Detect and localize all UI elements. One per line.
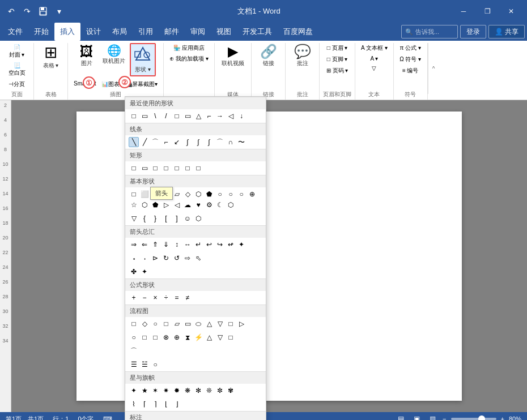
star-10[interactable]: ❋ — [182, 385, 193, 396]
arrow-pent3[interactable]: ⊳ — [150, 253, 160, 263]
shape-curve1[interactable]: ╱ — [139, 137, 150, 147]
star-5[interactable]: ★ — [139, 385, 150, 396]
shape-basic-9[interactable]: ○ — [215, 189, 225, 199]
menu-insert[interactable]: 插入 — [54, 23, 80, 41]
shape-curly2[interactable]: ⌒ — [215, 137, 225, 147]
shape-line1[interactable]: \ — [150, 111, 160, 121]
flow-19[interactable]: △ — [204, 332, 214, 342]
arrow-left[interactable]: ⇐ — [139, 239, 150, 250]
shape-rect-snip3[interactable]: □ — [182, 163, 193, 173]
shape-diag-line[interactable]: ╲ — [129, 137, 139, 147]
menu-developer[interactable]: 开发工具 — [237, 23, 278, 41]
arrow-lr[interactable]: ↔ — [182, 239, 193, 250]
shape-rect2[interactable]: ▭ — [139, 111, 150, 121]
shape-basic-b5[interactable]: ] — [172, 213, 182, 224]
flow-23[interactable]: ☰ — [129, 359, 139, 370]
menu-baidudisk[interactable]: 百度网盘 — [278, 23, 318, 41]
redo-button[interactable]: ↷ — [20, 5, 34, 18]
arrow-notch[interactable]: ⬁ — [193, 253, 203, 263]
arrow-up[interactable]: ⇑ — [150, 239, 160, 250]
flow-20[interactable]: ▽ — [215, 332, 225, 342]
shape-basic-20[interactable]: ⚙ — [204, 200, 214, 210]
shape-tri[interactable]: △ — [193, 111, 203, 121]
flow-16[interactable]: ⊕ — [172, 332, 182, 342]
flow-8[interactable]: △ — [204, 319, 214, 329]
arrow-circ[interactable]: ↻ — [161, 253, 171, 263]
shape-arrow-r[interactable]: → — [215, 111, 225, 121]
flow-3[interactable]: ○ — [150, 319, 160, 329]
shape-rect3[interactable]: □ — [172, 111, 182, 121]
textbox-button[interactable]: A 文本框 ▾ — [359, 43, 390, 53]
shape-corner[interactable]: ⌐ — [204, 111, 214, 121]
shape-rect-snip4[interactable]: □ — [193, 163, 203, 173]
document-content[interactable] — [11, 100, 527, 412]
menu-home[interactable]: 开始 — [28, 23, 54, 41]
minimize-button[interactable]: ─ — [452, 0, 475, 23]
equation-button[interactable]: π 公式 ▾ — [397, 43, 423, 53]
shape-basic-b6[interactable]: ☺ — [182, 213, 193, 224]
arrow-curve2[interactable]: ↫ — [226, 239, 236, 250]
shape-basic-21[interactable]: ☾ — [215, 200, 225, 210]
shape-basic-22[interactable]: ⬡ — [226, 200, 236, 210]
banner-scroll[interactable]: ⌈ — [139, 399, 150, 409]
eq-plus[interactable]: + — [129, 293, 139, 303]
shape-basic-b7[interactable]: ⬡ — [193, 213, 203, 224]
star-7[interactable]: ✷ — [161, 385, 171, 396]
shape-basic-10[interactable]: ○ — [226, 189, 236, 199]
view-web[interactable]: ▥ — [427, 413, 438, 420]
flow-25[interactable]: ○ — [150, 359, 160, 370]
arrow-circ2[interactable]: ↺ — [172, 253, 182, 263]
flow-17[interactable]: ⧗ — [182, 332, 193, 342]
arrow-right[interactable]: ⇒ — [129, 239, 139, 250]
menu-layout[interactable]: 布局 — [107, 23, 133, 41]
eq-multiply[interactable]: × — [150, 293, 160, 303]
arrow-plus2[interactable]: ✦ — [139, 267, 150, 277]
shape-curve2[interactable]: ⌒ — [150, 137, 160, 147]
menu-mailings[interactable]: 邮件 — [159, 23, 185, 41]
shape-basic-2[interactable]: ⬜ — [139, 189, 150, 199]
page-break-button[interactable]: ⊣分页 — [6, 79, 28, 89]
shape-basic-6[interactable]: ◇ — [182, 189, 193, 199]
shape-basic-18[interactable]: ☁ — [182, 200, 193, 210]
blank-page-button[interactable]: 📃 空白页 — [6, 61, 28, 78]
menu-design[interactable]: 设计 — [80, 23, 107, 41]
shape-basic-19[interactable]: ♥ — [193, 200, 203, 210]
star-32[interactable]: ✾ — [226, 385, 236, 396]
shape-basic-12[interactable]: ⊕ — [247, 189, 257, 199]
flow-21[interactable]: □ — [226, 332, 236, 342]
shape-basic-b2[interactable]: { — [139, 213, 150, 224]
restore-button[interactable]: ❐ — [476, 0, 499, 23]
menu-file[interactable]: 文件 — [2, 23, 28, 41]
zoom-minus[interactable]: − — [443, 415, 446, 420]
my-addins-button[interactable]: ⊕ 我的加载项 ▾ — [167, 54, 211, 64]
numbering-button[interactable]: ≡ 编号 — [397, 66, 423, 76]
flow-2[interactable]: ◇ — [139, 319, 150, 329]
flow-4[interactable]: □ — [161, 319, 171, 329]
close-button[interactable]: ✕ — [500, 0, 522, 23]
shape-rect-plain[interactable]: □ — [129, 163, 139, 173]
shape-basic-11[interactable]: ○ — [236, 189, 246, 199]
menu-review[interactable]: 审阅 — [185, 23, 211, 41]
shape-basic-b1[interactable]: ▽ — [129, 213, 139, 224]
footer-button[interactable]: □ 页脚 ▾ — [324, 54, 351, 65]
shape-rect-snip2[interactable]: □ — [172, 163, 182, 173]
online-video-button[interactable]: ▶ 联机视频 — [218, 43, 248, 69]
customize-button[interactable]: ▾ — [52, 5, 66, 18]
arrow-plus[interactable]: ✤ — [129, 267, 139, 277]
shape-zigzag4[interactable]: ∫ — [193, 137, 203, 147]
eq-divide[interactable]: ÷ — [161, 293, 171, 303]
header-button[interactable]: □ 页眉 ▾ — [324, 43, 351, 53]
flow-14[interactable]: □ — [150, 332, 160, 342]
eq-equal[interactable]: = — [172, 293, 182, 303]
shape-basic-16[interactable]: ▷ — [161, 200, 171, 210]
shape-line2[interactable]: / — [161, 111, 171, 121]
shape-zigzag2[interactable]: ↙ — [172, 137, 182, 147]
eq-notequal[interactable]: ≠ — [182, 293, 193, 303]
shape-basic-5[interactable]: ▱ — [172, 189, 182, 199]
login-button[interactable]: 登录 — [460, 25, 486, 38]
shape-zigzag1[interactable]: ⌐ — [161, 137, 171, 147]
comment-button[interactable]: 💬 批注 — [291, 43, 314, 69]
flow-24[interactable]: ☱ — [139, 359, 150, 370]
shape-zigzag3[interactable]: ∫ — [182, 137, 193, 147]
star-6[interactable]: ✶ — [150, 385, 160, 396]
